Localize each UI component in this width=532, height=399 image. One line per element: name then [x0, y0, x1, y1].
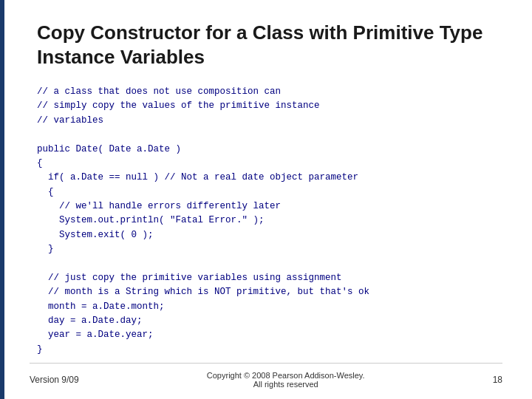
version-label: Version 9/09 [30, 375, 79, 385]
slide-title: Copy Constructor for a Class with Primit… [37, 21, 502, 69]
title-line1: Copy Constructor for a Class with Primit… [37, 21, 482, 44]
copyright-line1: Copyright © 2008 Pearson Addison-Wesley. [207, 371, 365, 380]
code-block: // a class that does not use composition… [37, 85, 502, 357]
page-number: 18 [493, 375, 502, 385]
slide: Copy Constructor for a Class with Primit… [0, 0, 532, 399]
title-section: Copy Constructor for a Class with Primit… [37, 21, 502, 69]
copyright-section: Copyright © 2008 Pearson Addison-Wesley.… [207, 371, 365, 389]
code-section: // a class that does not use composition… [37, 85, 502, 357]
left-bar-decoration [0, 0, 4, 399]
copyright-line2: All rights reserved [207, 380, 365, 389]
footer: Version 9/09 Copyright © 2008 Pearson Ad… [30, 363, 502, 389]
title-line2: Instance Variables [37, 46, 205, 68]
